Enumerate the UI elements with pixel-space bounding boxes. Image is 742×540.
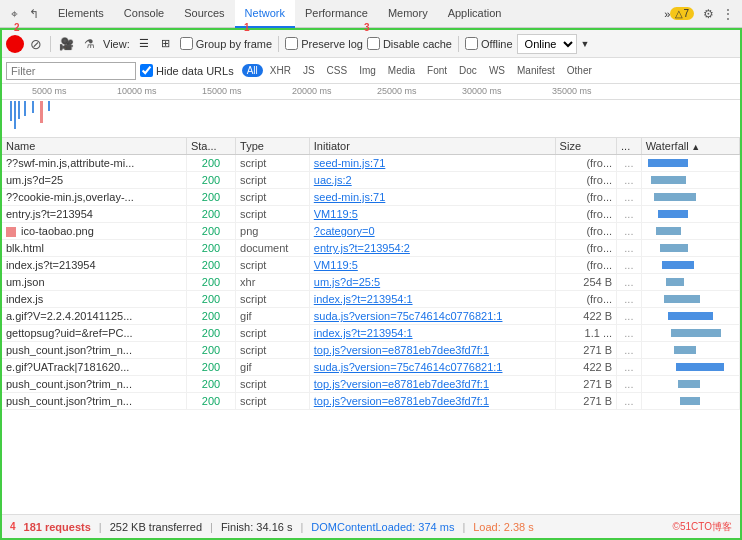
filter-media[interactable]: Media bbox=[383, 64, 420, 77]
col-header-name[interactable]: Name bbox=[2, 138, 186, 155]
timeline-area[interactable]: 5000 ms 10000 ms 15000 ms 20000 ms 25000… bbox=[2, 84, 740, 138]
table-row[interactable]: e.gif?UATrack|7181620... 200 gif suda.js… bbox=[2, 359, 740, 376]
table-row[interactable]: ??swf-min.js,attribute-mi... 200 script … bbox=[2, 155, 740, 172]
cell-waterfall bbox=[641, 223, 739, 240]
cell-more[interactable]: ... bbox=[617, 274, 642, 291]
cell-more[interactable]: ... bbox=[617, 359, 642, 376]
cell-initiator[interactable]: seed-min.js:71 bbox=[309, 189, 555, 206]
cell-initiator[interactable]: ?category=0 bbox=[309, 223, 555, 240]
table-row[interactable]: entry.js?t=213954 200 script VM119:5 (fr… bbox=[2, 206, 740, 223]
cell-size: (fro... bbox=[555, 257, 616, 274]
disable-cache-checkbox[interactable]: Disable cache bbox=[367, 37, 452, 50]
grid-view-icon[interactable]: ⊞ bbox=[158, 36, 174, 52]
cell-more[interactable]: ... bbox=[617, 308, 642, 325]
col-header-initiator[interactable]: Initiator bbox=[309, 138, 555, 155]
list-view-icon[interactable]: ☰ bbox=[136, 36, 152, 52]
cell-more[interactable]: ... bbox=[617, 342, 642, 359]
tab-console[interactable]: Console bbox=[114, 0, 174, 28]
filter-input[interactable] bbox=[6, 62, 136, 80]
filter-other[interactable]: Other bbox=[562, 64, 597, 77]
cell-initiator[interactable]: VM119:5 bbox=[309, 206, 555, 223]
filter-manifest[interactable]: Manifest bbox=[512, 64, 560, 77]
table-row[interactable]: push_count.json?trim_n... 200 script top… bbox=[2, 342, 740, 359]
filter-doc[interactable]: Doc bbox=[454, 64, 482, 77]
cell-initiator[interactable]: top.js?version=e8781eb7dee3fd7f:1 bbox=[309, 342, 555, 359]
tab-application[interactable]: Application bbox=[438, 0, 512, 28]
cell-more[interactable]: ... bbox=[617, 155, 642, 172]
cell-more[interactable]: ... bbox=[617, 223, 642, 240]
table-row[interactable]: um.json 200 xhr um.js?d=25:5 254 B ... bbox=[2, 274, 740, 291]
filter-icon[interactable]: ⚗ bbox=[79, 34, 99, 54]
hide-data-urls-input[interactable] bbox=[140, 64, 153, 77]
cell-initiator[interactable]: suda.js?version=75c74614c0776821:1 bbox=[309, 308, 555, 325]
cell-more[interactable]: ... bbox=[617, 291, 642, 308]
devtools-inspect-icon[interactable]: ↰ bbox=[24, 4, 44, 24]
filter-ws[interactable]: WS bbox=[484, 64, 510, 77]
table-row[interactable]: index.js?t=213954 200 script VM119:5 (fr… bbox=[2, 257, 740, 274]
cell-initiator[interactable]: entry.js?t=213954:2 bbox=[309, 240, 555, 257]
table-row[interactable]: ??cookie-min.js,overlay-... 200 script s… bbox=[2, 189, 740, 206]
col-header-waterfall[interactable]: Waterfall bbox=[641, 138, 739, 155]
cell-more[interactable]: ... bbox=[617, 257, 642, 274]
cell-initiator[interactable]: suda.js?version=75c74614c0776821:1 bbox=[309, 359, 555, 376]
group-by-frame-checkbox[interactable]: Group by frame bbox=[180, 37, 272, 50]
cell-initiator[interactable]: top.js?version=e8781eb7dee3fd7f:1 bbox=[309, 393, 555, 410]
offline-checkbox[interactable]: Offline bbox=[465, 37, 513, 50]
cell-more[interactable]: ... bbox=[617, 240, 642, 257]
cell-more[interactable]: ... bbox=[617, 206, 642, 223]
col-header-type[interactable]: Type bbox=[236, 138, 310, 155]
hide-data-urls-checkbox[interactable]: Hide data URLs bbox=[140, 64, 234, 77]
settings-icon[interactable]: ⚙ bbox=[698, 4, 718, 24]
filter-js[interactable]: JS bbox=[298, 64, 320, 77]
network-table[interactable]: Name Sta... Type Initiator Size ... Wate… bbox=[2, 138, 740, 518]
table-row[interactable]: blk.html 200 document entry.js?t=213954:… bbox=[2, 240, 740, 257]
preserve-log-input[interactable] bbox=[285, 37, 298, 50]
more-icon[interactable]: ⋮ bbox=[718, 4, 738, 24]
col-header-status[interactable]: Sta... bbox=[186, 138, 235, 155]
cell-initiator[interactable]: um.js?d=25:5 bbox=[309, 274, 555, 291]
filter-font[interactable]: Font bbox=[422, 64, 452, 77]
cell-type: script bbox=[236, 189, 310, 206]
record-button[interactable] bbox=[6, 35, 24, 53]
warning-badge: △7 bbox=[670, 7, 694, 20]
throttle-dropdown-arrow[interactable]: ▼ bbox=[581, 39, 590, 49]
filter-all[interactable]: All bbox=[242, 64, 263, 77]
cell-initiator[interactable]: seed-min.js:71 bbox=[309, 155, 555, 172]
devtools-pointer-icon[interactable]: ⌖ bbox=[4, 4, 24, 24]
disable-cache-input[interactable] bbox=[367, 37, 380, 50]
col-header-size[interactable]: Size bbox=[555, 138, 616, 155]
clear-button[interactable]: ⊘ bbox=[27, 35, 45, 53]
tab-memory[interactable]: Memory bbox=[378, 0, 438, 28]
col-header-more[interactable]: ... bbox=[617, 138, 642, 155]
filter-img[interactable]: Img bbox=[354, 64, 381, 77]
tab-elements[interactable]: Elements bbox=[48, 0, 114, 28]
table-row[interactable]: push_count.json?trim_n... 200 script top… bbox=[2, 376, 740, 393]
cell-initiator[interactable]: top.js?version=e8781eb7dee3fd7f:1 bbox=[309, 376, 555, 393]
table-row[interactable]: push_count.json?trim_n... 200 script top… bbox=[2, 393, 740, 410]
table-row[interactable]: um.js?d=25 200 script uac.js:2 (fro... .… bbox=[2, 172, 740, 189]
filter-css[interactable]: CSS bbox=[322, 64, 353, 77]
cell-initiator[interactable]: uac.js:2 bbox=[309, 172, 555, 189]
table-row[interactable]: ico-taobao.png 200 png ?category=0 (fro.… bbox=[2, 223, 740, 240]
tab-sources[interactable]: Sources bbox=[174, 0, 234, 28]
filter-xhr[interactable]: XHR bbox=[265, 64, 296, 77]
preserve-log-checkbox[interactable]: Preserve log bbox=[285, 37, 363, 50]
group-by-frame-input[interactable] bbox=[180, 37, 193, 50]
offline-input[interactable] bbox=[465, 37, 478, 50]
cell-more[interactable]: ... bbox=[617, 189, 642, 206]
cell-initiator[interactable]: VM119:5 bbox=[309, 257, 555, 274]
cell-more[interactable]: ... bbox=[617, 376, 642, 393]
camera-icon[interactable]: 🎥 bbox=[56, 34, 76, 54]
cell-more[interactable]: ... bbox=[617, 325, 642, 342]
table-row[interactable]: index.js 200 script index.js?t=213954:1 … bbox=[2, 291, 740, 308]
status-bar: 4 181 requests | 252 KB transferred | Fi… bbox=[2, 514, 740, 538]
cell-initiator[interactable]: index.js?t=213954:1 bbox=[309, 291, 555, 308]
cell-more[interactable]: ... bbox=[617, 172, 642, 189]
cell-more[interactable]: ... bbox=[617, 393, 642, 410]
badge-1: 1 bbox=[244, 22, 250, 33]
more-tabs-button[interactable]: » △7 ⚙ ⋮ bbox=[664, 4, 738, 24]
network-throttle-select[interactable]: Online bbox=[517, 34, 577, 54]
table-row[interactable]: a.gif?V=2.2.4.20141125... 200 gif suda.j… bbox=[2, 308, 740, 325]
cell-initiator[interactable]: index.js?t=213954:1 bbox=[309, 325, 555, 342]
table-row[interactable]: gettopsug?uid=&ref=PC... 200 script inde… bbox=[2, 325, 740, 342]
